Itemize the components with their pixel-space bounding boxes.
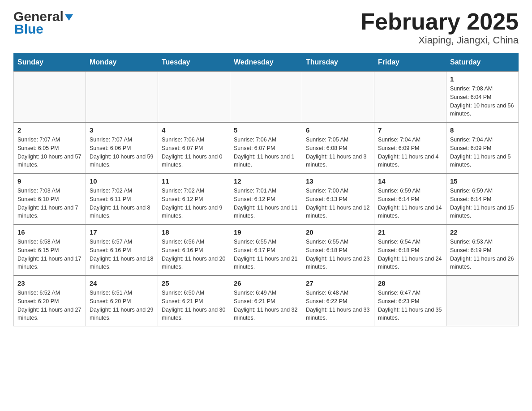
calendar-cell: 1Sunrise: 7:08 AMSunset: 6:04 PMDaylight… bbox=[446, 71, 519, 122]
day-number: 18 bbox=[162, 228, 226, 236]
calendar-cell: 15Sunrise: 6:59 AMSunset: 6:14 PMDayligh… bbox=[446, 173, 519, 224]
day-info: Sunrise: 7:02 AMSunset: 6:12 PMDaylight:… bbox=[162, 187, 226, 220]
day-info: Sunrise: 7:04 AMSunset: 6:09 PMDaylight:… bbox=[378, 136, 442, 169]
calendar-cell: 10Sunrise: 7:02 AMSunset: 6:11 PMDayligh… bbox=[86, 173, 158, 224]
calendar-cell: 18Sunrise: 6:56 AMSunset: 6:16 PMDayligh… bbox=[158, 224, 230, 275]
calendar-cell: 20Sunrise: 6:55 AMSunset: 6:18 PMDayligh… bbox=[302, 224, 374, 275]
day-number: 1 bbox=[450, 75, 515, 83]
day-info: Sunrise: 6:54 AMSunset: 6:18 PMDaylight:… bbox=[378, 238, 442, 271]
calendar-cell: 8Sunrise: 7:04 AMSunset: 6:09 PMDaylight… bbox=[446, 122, 519, 173]
day-info: Sunrise: 7:08 AMSunset: 6:04 PMDaylight:… bbox=[450, 85, 515, 118]
day-info: Sunrise: 7:07 AMSunset: 6:05 PMDaylight:… bbox=[17, 136, 82, 169]
calendar-header-row: SundayMondayTuesdayWednesdayThursdayFrid… bbox=[14, 54, 519, 72]
day-number: 3 bbox=[90, 126, 154, 134]
day-info: Sunrise: 7:03 AMSunset: 6:10 PMDaylight:… bbox=[17, 187, 82, 220]
calendar-cell: 23Sunrise: 6:52 AMSunset: 6:20 PMDayligh… bbox=[14, 275, 86, 326]
calendar-week-row: 16Sunrise: 6:58 AMSunset: 6:15 PMDayligh… bbox=[14, 224, 519, 275]
logo-blue-text: Blue bbox=[14, 21, 73, 37]
day-number: 15 bbox=[450, 177, 515, 185]
day-info: Sunrise: 6:56 AMSunset: 6:16 PMDaylight:… bbox=[162, 238, 226, 271]
calendar-cell: 19Sunrise: 6:55 AMSunset: 6:17 PMDayligh… bbox=[230, 224, 302, 275]
day-number: 4 bbox=[162, 126, 226, 134]
calendar-cell: 9Sunrise: 7:03 AMSunset: 6:10 PMDaylight… bbox=[14, 173, 86, 224]
calendar-cell: 4Sunrise: 7:06 AMSunset: 6:07 PMDaylight… bbox=[158, 122, 230, 173]
column-header-tuesday: Tuesday bbox=[158, 54, 230, 72]
day-number: 13 bbox=[306, 177, 370, 185]
day-info: Sunrise: 7:06 AMSunset: 6:07 PMDaylight:… bbox=[162, 136, 226, 169]
calendar-cell: 24Sunrise: 6:51 AMSunset: 6:20 PMDayligh… bbox=[86, 275, 158, 326]
calendar-title: February 2025 bbox=[360, 9, 519, 34]
day-info: Sunrise: 6:51 AMSunset: 6:20 PMDaylight:… bbox=[90, 289, 154, 322]
day-info: Sunrise: 7:02 AMSunset: 6:11 PMDaylight:… bbox=[90, 187, 154, 220]
logo-triangle-icon bbox=[65, 14, 73, 21]
day-info: Sunrise: 7:04 AMSunset: 6:09 PMDaylight:… bbox=[450, 136, 515, 169]
day-info: Sunrise: 6:59 AMSunset: 6:14 PMDaylight:… bbox=[378, 187, 442, 220]
calendar-cell: 7Sunrise: 7:04 AMSunset: 6:09 PMDaylight… bbox=[374, 122, 446, 173]
calendar-cell: 28Sunrise: 6:47 AMSunset: 6:23 PMDayligh… bbox=[374, 275, 446, 326]
day-number: 16 bbox=[17, 228, 82, 236]
calendar-cell: 12Sunrise: 7:01 AMSunset: 6:12 PMDayligh… bbox=[230, 173, 302, 224]
day-number: 5 bbox=[234, 126, 298, 134]
day-number: 6 bbox=[306, 126, 370, 134]
day-number: 10 bbox=[90, 177, 154, 185]
day-info: Sunrise: 7:07 AMSunset: 6:06 PMDaylight:… bbox=[90, 136, 154, 169]
calendar-cell: 22Sunrise: 6:53 AMSunset: 6:19 PMDayligh… bbox=[446, 224, 519, 275]
calendar-cell: 21Sunrise: 6:54 AMSunset: 6:18 PMDayligh… bbox=[374, 224, 446, 275]
calendar-cell: 5Sunrise: 7:06 AMSunset: 6:07 PMDaylight… bbox=[230, 122, 302, 173]
column-header-sunday: Sunday bbox=[14, 54, 86, 72]
day-info: Sunrise: 6:47 AMSunset: 6:23 PMDaylight:… bbox=[378, 289, 442, 322]
calendar-cell bbox=[14, 71, 86, 122]
calendar-cell: 13Sunrise: 7:00 AMSunset: 6:13 PMDayligh… bbox=[302, 173, 374, 224]
day-number: 17 bbox=[90, 228, 154, 236]
column-header-monday: Monday bbox=[86, 54, 158, 72]
calendar-week-row: 1Sunrise: 7:08 AMSunset: 6:04 PMDaylight… bbox=[14, 71, 519, 122]
calendar-week-row: 9Sunrise: 7:03 AMSunset: 6:10 PMDaylight… bbox=[14, 173, 519, 224]
day-info: Sunrise: 6:55 AMSunset: 6:17 PMDaylight:… bbox=[234, 238, 298, 271]
day-number: 11 bbox=[162, 177, 226, 185]
calendar-week-row: 2Sunrise: 7:07 AMSunset: 6:05 PMDaylight… bbox=[14, 122, 519, 173]
calendar-cell: 16Sunrise: 6:58 AMSunset: 6:15 PMDayligh… bbox=[14, 224, 86, 275]
day-number: 9 bbox=[17, 177, 82, 185]
calendar-cell bbox=[158, 71, 230, 122]
day-number: 8 bbox=[450, 126, 515, 134]
calendar-cell bbox=[230, 71, 302, 122]
calendar-cell bbox=[302, 71, 374, 122]
page-header: General Blue February 2025 Xiaping, Jian… bbox=[13, 9, 519, 46]
day-info: Sunrise: 6:49 AMSunset: 6:21 PMDaylight:… bbox=[234, 289, 298, 322]
day-number: 26 bbox=[234, 279, 298, 287]
day-info: Sunrise: 7:06 AMSunset: 6:07 PMDaylight:… bbox=[234, 136, 298, 169]
day-number: 23 bbox=[17, 279, 82, 287]
day-number: 20 bbox=[306, 228, 370, 236]
day-number: 28 bbox=[378, 279, 442, 287]
day-number: 27 bbox=[306, 279, 370, 287]
day-info: Sunrise: 6:52 AMSunset: 6:20 PMDaylight:… bbox=[17, 289, 82, 322]
calendar-cell bbox=[374, 71, 446, 122]
day-info: Sunrise: 7:01 AMSunset: 6:12 PMDaylight:… bbox=[234, 187, 298, 220]
day-info: Sunrise: 6:55 AMSunset: 6:18 PMDaylight:… bbox=[306, 238, 370, 271]
title-area: February 2025 Xiaping, Jiangxi, China bbox=[360, 9, 519, 46]
day-number: 7 bbox=[378, 126, 442, 134]
day-info: Sunrise: 6:59 AMSunset: 6:14 PMDaylight:… bbox=[450, 187, 515, 220]
calendar-cell: 25Sunrise: 6:50 AMSunset: 6:21 PMDayligh… bbox=[158, 275, 230, 326]
column-header-friday: Friday bbox=[374, 54, 446, 72]
column-header-wednesday: Wednesday bbox=[230, 54, 302, 72]
day-number: 24 bbox=[90, 279, 154, 287]
day-info: Sunrise: 6:50 AMSunset: 6:21 PMDaylight:… bbox=[162, 289, 226, 322]
day-number: 14 bbox=[378, 177, 442, 185]
day-info: Sunrise: 7:05 AMSunset: 6:08 PMDaylight:… bbox=[306, 136, 370, 169]
calendar-cell bbox=[446, 275, 519, 326]
calendar-cell: 14Sunrise: 6:59 AMSunset: 6:14 PMDayligh… bbox=[374, 173, 446, 224]
day-info: Sunrise: 6:53 AMSunset: 6:19 PMDaylight:… bbox=[450, 238, 515, 271]
calendar-cell: 6Sunrise: 7:05 AMSunset: 6:08 PMDaylight… bbox=[302, 122, 374, 173]
calendar-table: SundayMondayTuesdayWednesdayThursdayFrid… bbox=[13, 53, 519, 326]
day-info: Sunrise: 6:48 AMSunset: 6:22 PMDaylight:… bbox=[306, 289, 370, 322]
calendar-cell: 2Sunrise: 7:07 AMSunset: 6:05 PMDaylight… bbox=[14, 122, 86, 173]
day-number: 25 bbox=[162, 279, 226, 287]
day-number: 22 bbox=[450, 228, 515, 236]
calendar-cell: 3Sunrise: 7:07 AMSunset: 6:06 PMDaylight… bbox=[86, 122, 158, 173]
day-info: Sunrise: 6:57 AMSunset: 6:16 PMDaylight:… bbox=[90, 238, 154, 271]
calendar-cell: 17Sunrise: 6:57 AMSunset: 6:16 PMDayligh… bbox=[86, 224, 158, 275]
day-number: 21 bbox=[378, 228, 442, 236]
column-header-thursday: Thursday bbox=[302, 54, 374, 72]
day-number: 19 bbox=[234, 228, 298, 236]
